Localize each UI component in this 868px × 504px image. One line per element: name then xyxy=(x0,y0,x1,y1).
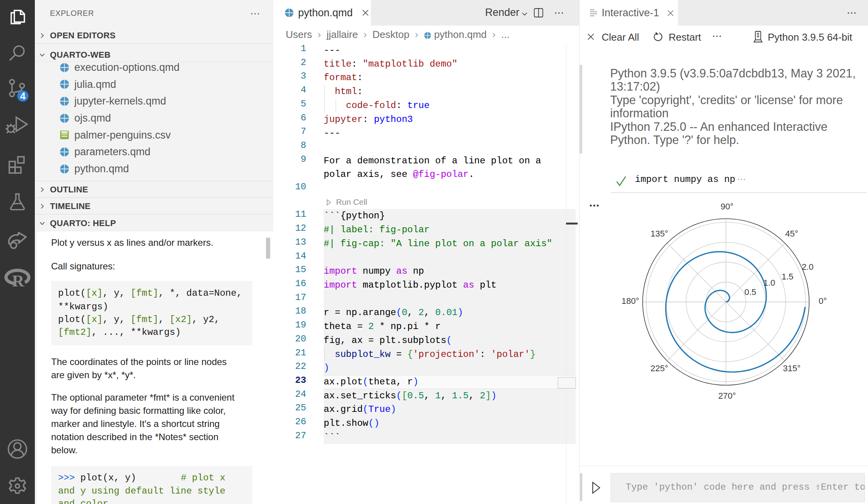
svg-text:2.0: 2.0 xyxy=(802,262,814,272)
svg-text:R: R xyxy=(12,272,24,287)
svg-text:180°: 180° xyxy=(621,296,639,306)
svg-text:270°: 270° xyxy=(718,391,736,401)
svg-text:315°: 315° xyxy=(783,363,801,373)
svg-text:0°: 0° xyxy=(818,296,827,306)
svg-text:1.5: 1.5 xyxy=(782,272,794,281)
svg-text:1.0: 1.0 xyxy=(763,278,775,288)
svg-text:0.5: 0.5 xyxy=(744,287,756,297)
svg-text:90°: 90° xyxy=(720,202,733,211)
svg-text:4: 4 xyxy=(20,91,26,101)
svg-text:225°: 225° xyxy=(650,363,668,373)
svg-text:45°: 45° xyxy=(785,229,798,238)
svg-text:135°: 135° xyxy=(650,229,668,238)
